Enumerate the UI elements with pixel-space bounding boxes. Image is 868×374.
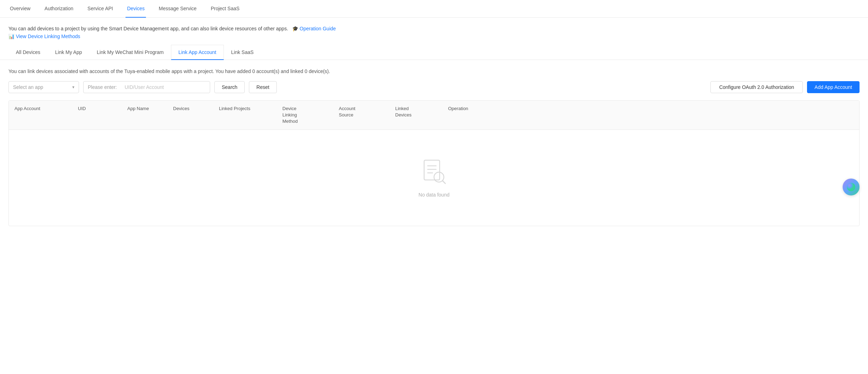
spiral-icon bbox=[846, 182, 856, 192]
graduation-icon: 🎓 bbox=[292, 26, 298, 31]
description-main-text: You can add devices to a project by usin… bbox=[8, 26, 288, 31]
col-account-source: AccountSource bbox=[333, 101, 390, 130]
col-device-linking-method: DeviceLinkingMethod bbox=[277, 101, 333, 130]
svg-rect-0 bbox=[424, 160, 440, 180]
top-nav: Overview Authorization Service API Devic… bbox=[0, 0, 868, 18]
content-area: You can link devices associated with acc… bbox=[0, 60, 868, 235]
empty-state: No data found bbox=[9, 130, 859, 226]
col-app-account: App Account bbox=[9, 101, 72, 130]
empty-state-icon bbox=[420, 158, 448, 186]
col-devices: Devices bbox=[167, 101, 213, 130]
nav-project-saas[interactable]: Project SaaS bbox=[209, 0, 241, 18]
search-button[interactable]: Search bbox=[214, 81, 245, 93]
table-header: App Account UID App Name Devices Linked … bbox=[9, 101, 859, 130]
chevron-down-icon: ▾ bbox=[72, 85, 74, 90]
col-uid: UID bbox=[72, 101, 122, 130]
operation-guide-link[interactable]: 🎓 Operation Guide bbox=[292, 26, 336, 31]
tab-link-wechat[interactable]: Link My WeChat Mini Program bbox=[90, 45, 171, 60]
svg-point-6 bbox=[847, 183, 855, 191]
svg-line-5 bbox=[442, 181, 445, 183]
input-prefix-label: Please enter: bbox=[88, 84, 117, 90]
page-wrapper: Overview Authorization Service API Devic… bbox=[0, 0, 868, 374]
sub-tabs: All Devices Link My App Link My WeChat M… bbox=[0, 45, 868, 60]
nav-overview[interactable]: Overview bbox=[8, 0, 32, 18]
chart-icon: 📊 bbox=[8, 34, 14, 39]
view-device-linking-link[interactable]: 📊 View Device Linking Methods bbox=[8, 34, 80, 39]
configure-oauth-button[interactable]: Configure OAuth 2.0 Authorization bbox=[710, 81, 803, 93]
reset-button[interactable]: Reset bbox=[249, 81, 277, 93]
col-linked-projects: Linked Projects bbox=[213, 101, 277, 130]
nav-devices[interactable]: Devices bbox=[126, 0, 146, 18]
description-area: You can add devices to a project by usin… bbox=[0, 18, 868, 45]
col-linked-devices: LinkedDevices bbox=[390, 101, 442, 130]
col-operation: Operation bbox=[442, 101, 492, 130]
uid-input-wrapper: Please enter: bbox=[83, 81, 210, 93]
empty-state-text: No data found bbox=[418, 192, 450, 198]
link-app-info-text: You can link devices associated with acc… bbox=[8, 68, 860, 74]
filter-row: Select an app ▾ Please enter: Search Res… bbox=[8, 81, 860, 93]
nav-service-api[interactable]: Service API bbox=[86, 0, 114, 18]
tab-link-app-account[interactable]: Link App Account bbox=[171, 45, 224, 60]
right-actions: Configure OAuth 2.0 Authorization Add Ap… bbox=[710, 81, 860, 93]
add-app-account-button[interactable]: Add App Account bbox=[807, 81, 860, 93]
select-app-placeholder: Select an app bbox=[13, 84, 43, 90]
nav-message-service[interactable]: Message Service bbox=[157, 0, 198, 18]
table-container: App Account UID App Name Devices Linked … bbox=[8, 100, 860, 227]
floating-help-icon[interactable] bbox=[843, 179, 860, 195]
select-app-dropdown[interactable]: Select an app ▾ bbox=[8, 81, 79, 93]
tab-all-devices[interactable]: All Devices bbox=[8, 45, 48, 60]
nav-authorization[interactable]: Authorization bbox=[43, 0, 75, 18]
uid-input[interactable] bbox=[125, 84, 206, 90]
tab-link-my-app[interactable]: Link My App bbox=[48, 45, 89, 60]
tab-link-saas[interactable]: Link SaaS bbox=[224, 45, 261, 60]
col-app-name: App Name bbox=[122, 101, 167, 130]
